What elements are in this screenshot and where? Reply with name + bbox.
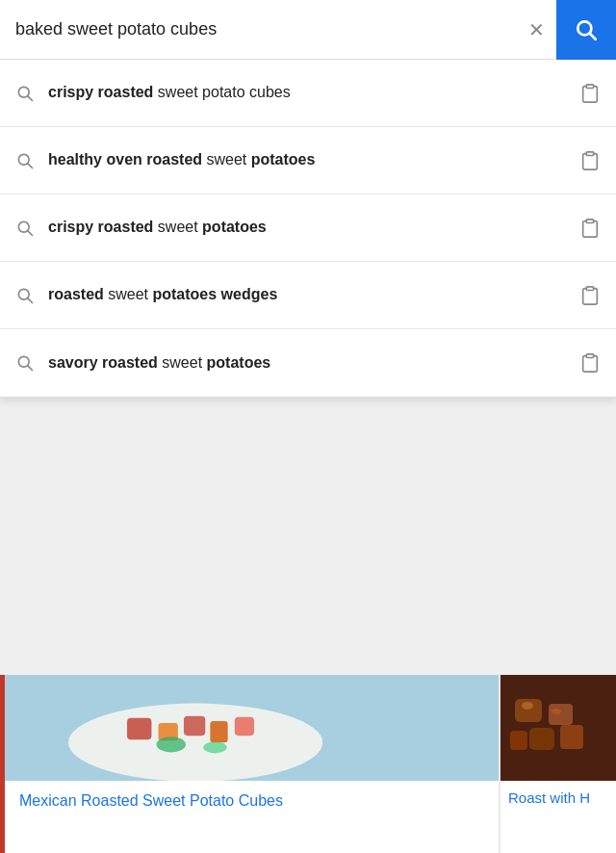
search-icon-1	[15, 84, 35, 103]
clipboard-icon-4	[579, 285, 601, 306]
suggestion-item-2[interactable]: healthy oven roasted sweet potatoes	[0, 127, 616, 194]
suggestion-bold-5a: savory roasted	[48, 354, 158, 371]
search-icon-4	[15, 286, 35, 305]
card-left-title: Mexican Roasted Sweet Potato Cubes	[0, 781, 499, 821]
svg-rect-28	[549, 704, 573, 725]
suggestion-bold-2b: potatoes	[251, 151, 316, 168]
svg-rect-22	[210, 721, 227, 742]
clipboard-icon-1	[579, 83, 601, 104]
svg-rect-29	[529, 728, 554, 750]
suggestion-bold-1: crispy roasted	[48, 84, 153, 100]
suggestion-normal-4: sweet potatoes wedges	[104, 286, 278, 302]
svg-line-1	[590, 33, 596, 39]
card-left-image	[0, 675, 499, 781]
svg-rect-21	[184, 716, 205, 736]
suggestion-normal-3: sweet potatoes	[153, 219, 266, 235]
svg-line-6	[28, 163, 33, 168]
suggestion-bold-2a: healthy oven roasted	[48, 151, 202, 168]
search-icon-3	[15, 219, 35, 238]
clipboard-icon-3	[579, 218, 601, 239]
svg-point-32	[522, 702, 533, 710]
svg-rect-30	[560, 725, 583, 749]
svg-point-18	[68, 704, 322, 781]
svg-rect-31	[510, 731, 527, 750]
suggestion-normal-5: sweet potatoes	[158, 354, 270, 371]
card-right-image-svg	[500, 675, 616, 781]
search-input[interactable]	[0, 0, 517, 59]
card-left-image-svg	[0, 675, 499, 781]
card-right-title: Roast with H	[500, 781, 616, 815]
suggestion-item-4[interactable]: roasted sweet potatoes wedges	[0, 262, 616, 329]
search-icon	[574, 17, 599, 42]
svg-rect-13	[586, 286, 593, 290]
suggestion-item-3[interactable]: crispy roasted sweet potatoes	[0, 194, 616, 262]
svg-rect-10	[586, 219, 593, 222]
search-icon-2	[15, 151, 35, 170]
bottom-content: Mexican Roasted Sweet Potato Cubes Roast…	[0, 675, 616, 853]
search-bar: ✕	[0, 0, 616, 60]
search-icon-5	[15, 353, 35, 373]
svg-rect-16	[586, 354, 593, 358]
suggestion-text-3: crispy roasted sweet potatoes	[48, 217, 568, 238]
suggestion-normal-2: sweet potatoes	[202, 151, 315, 168]
svg-line-3	[28, 95, 33, 100]
svg-line-15	[28, 366, 33, 371]
suggestion-item-5[interactable]: savory roasted sweet potatoes	[0, 329, 616, 397]
svg-rect-23	[235, 717, 254, 736]
svg-line-12	[28, 297, 33, 302]
clear-button[interactable]: ✕	[517, 18, 556, 41]
clipboard-icon-2	[579, 150, 601, 171]
card-left-accent-bar	[0, 675, 5, 853]
clipboard-icon-5	[579, 352, 601, 374]
card-left[interactable]: Mexican Roasted Sweet Potato Cubes	[0, 675, 499, 853]
svg-rect-19	[127, 718, 151, 739]
suggestion-text-1: crispy roasted sweet potato cubes	[48, 82, 568, 103]
clear-icon: ✕	[528, 18, 545, 41]
suggestion-normal-1: sweet potato cubes	[153, 84, 290, 100]
suggestion-text-2: healthy oven roasted sweet potatoes	[48, 149, 568, 170]
suggestion-item-1[interactable]: crispy roasted sweet potato cubes	[0, 60, 616, 127]
svg-point-33	[552, 709, 561, 714]
suggestions-dropdown: crispy roasted sweet potato cubes health…	[0, 60, 616, 398]
card-right[interactable]: Roast with H	[500, 675, 616, 853]
suggestion-bold-4b: potatoes wedges	[152, 286, 277, 302]
suggestion-text-4: roasted sweet potatoes wedges	[48, 284, 568, 305]
suggestion-bold-5b: potatoes	[207, 354, 271, 371]
svg-point-25	[203, 741, 226, 753]
card-right-image	[500, 675, 616, 781]
search-button[interactable]	[556, 0, 616, 60]
svg-rect-7	[586, 151, 593, 155]
svg-line-9	[28, 230, 33, 235]
svg-rect-4	[586, 84, 593, 88]
svg-point-24	[157, 737, 186, 752]
suggestion-text-5: savory roasted sweet potatoes	[48, 352, 568, 374]
suggestion-bold-3b: potatoes	[202, 219, 267, 235]
svg-rect-26	[500, 675, 616, 781]
suggestion-bold-4a: roasted	[48, 286, 104, 302]
suggestion-bold-3a: crispy roasted	[48, 219, 153, 235]
